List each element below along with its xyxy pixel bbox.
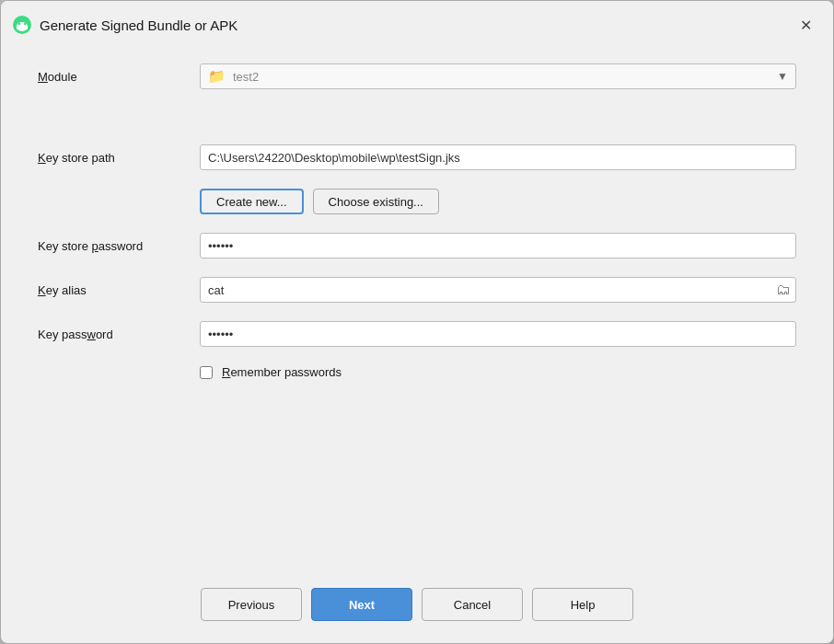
key-store-path-label: Key store path xyxy=(38,151,185,165)
remember-passwords-checkbox[interactable] xyxy=(200,366,213,379)
key-password-label: Key password xyxy=(38,328,185,341)
svg-rect-2 xyxy=(17,25,28,29)
previous-button[interactable]: Previous xyxy=(201,588,302,621)
choose-existing-button[interactable]: Choose existing... xyxy=(313,189,439,214)
dialog-title: Generate Signed Bundle or APK xyxy=(40,17,793,33)
module-row: Module 📁 test2 ▼ xyxy=(38,63,796,89)
next-button[interactable]: Next xyxy=(311,588,412,621)
key-store-password-input[interactable] xyxy=(200,233,796,259)
module-value: test2 xyxy=(233,70,770,84)
svg-point-3 xyxy=(18,23,20,25)
dropdown-arrow-icon: ▼ xyxy=(777,70,788,83)
key-store-path-row: Key store path xyxy=(38,144,796,170)
key-store-password-row: Key store password xyxy=(38,233,796,259)
key-alias-label: Key alias xyxy=(38,283,185,297)
key-alias-row: Key alias 🗂 xyxy=(38,277,796,303)
dialog-window: Generate Signed Bundle or APK ✕ Module 📁… xyxy=(0,0,834,644)
remember-passwords-label[interactable]: Remember passwords xyxy=(222,365,342,379)
create-choose-row: Create new... Choose existing... xyxy=(200,189,796,214)
key-alias-wrapper: 🗂 xyxy=(200,277,796,303)
module-label: Module xyxy=(38,70,185,84)
key-password-row: Key password xyxy=(38,321,796,347)
svg-point-4 xyxy=(24,23,26,25)
create-new-button[interactable]: Create new... xyxy=(200,189,304,214)
folder-module-icon: 📁 xyxy=(208,68,226,85)
android-icon xyxy=(12,15,32,35)
browse-alias-icon[interactable]: 🗂 xyxy=(776,282,791,298)
key-store-password-label: Key store password xyxy=(38,239,185,253)
title-bar: Generate Signed Bundle or APK ✕ xyxy=(1,1,833,45)
remember-passwords-row: Remember passwords xyxy=(200,365,796,379)
cancel-button[interactable]: Cancel xyxy=(422,588,523,621)
dialog-footer: Previous Next Cancel Help xyxy=(1,573,833,643)
help-button[interactable]: Help xyxy=(532,588,633,621)
close-button[interactable]: ✕ xyxy=(793,12,818,38)
key-alias-input[interactable] xyxy=(200,277,796,303)
key-password-input[interactable] xyxy=(200,321,796,347)
dialog-body: Module 📁 test2 ▼ Key store path Create n… xyxy=(1,45,833,573)
key-store-path-input[interactable] xyxy=(200,144,796,170)
module-dropdown[interactable]: 📁 test2 ▼ xyxy=(200,63,796,89)
